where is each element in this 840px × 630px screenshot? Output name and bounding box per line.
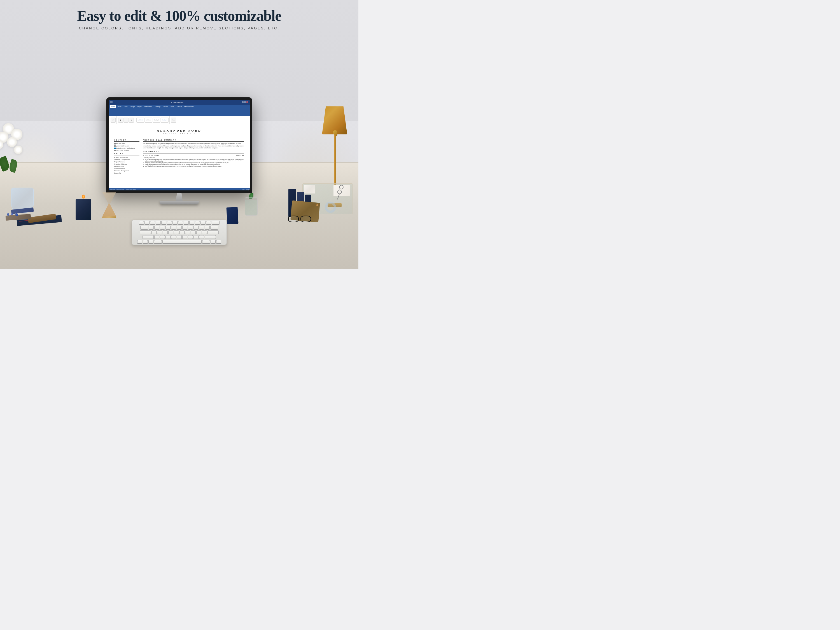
contact-phone: 555.555.5555 (114, 143, 139, 144)
leaf-2 (8, 159, 19, 173)
paste-btn[interactable]: P (111, 118, 116, 123)
key (168, 231, 173, 234)
key (144, 221, 150, 225)
tab-view[interactable]: View (169, 105, 175, 108)
key (154, 235, 159, 239)
monitor-screen: 2 Page Resume Home Insert Draw Design (109, 99, 250, 190)
skills-title: SKILLS (114, 153, 139, 155)
document-content: ALEXANDER FORD PROFESSIONAL TITLE CONTAC… (109, 124, 250, 190)
share-group: Share (170, 116, 177, 124)
tab-review[interactable]: Review (162, 105, 169, 108)
exp-bullet-4: Just make sure you have the experience t… (143, 166, 244, 167)
tab-shapeformat[interactable]: Shape Format (183, 105, 195, 108)
hourglass-bottom (102, 204, 116, 216)
status-words: 333 of 802 words (117, 189, 124, 190)
style-heading3[interactable]: Heading 2 (161, 118, 169, 123)
glass-liquid (245, 200, 257, 215)
key (166, 226, 171, 230)
candle-body (76, 199, 91, 220)
key-cmd (154, 240, 162, 244)
glasses-frame-wrapper (287, 216, 315, 222)
bold-btn[interactable]: B (118, 118, 123, 123)
minimize-btn[interactable] (242, 101, 243, 103)
key (163, 231, 168, 234)
share-btn[interactable]: Share (171, 118, 176, 123)
key (171, 226, 176, 230)
word-ribbon: 2 Page Resume Home Insert Draw Design (109, 99, 250, 116)
tab-layout[interactable]: Layout (136, 105, 143, 108)
key-opt-r (210, 240, 216, 244)
lamp-joint (333, 130, 337, 135)
key-delete (212, 221, 219, 225)
skill-5: Reducing Costs (114, 166, 139, 167)
lamp-arm (334, 132, 336, 188)
underline-btn[interactable]: U (129, 118, 134, 123)
key (172, 221, 177, 225)
key-caps (140, 231, 151, 234)
key (189, 221, 194, 225)
tab-home[interactable]: Home (110, 105, 116, 108)
tab-acrobat[interactable]: Acrobat (175, 105, 183, 108)
contact-email: youremail@mail.com (114, 145, 139, 147)
key-row-5 (137, 240, 221, 244)
key (178, 221, 183, 225)
monitor: 2 Page Resume Home Insert Draw Design (106, 98, 252, 204)
doc-columns: CONTACT 555.555.5555 youremail@mail.com (114, 139, 244, 174)
style-normal[interactable]: AaBbCcDd (136, 118, 144, 123)
key-arrow (216, 240, 221, 244)
phone-icon (114, 143, 116, 144)
skill-1: Process Improvement (114, 156, 139, 158)
key (154, 226, 159, 230)
glasses-arm-right (311, 219, 312, 219)
tab-design[interactable]: Design (129, 105, 136, 108)
tab-draw[interactable]: Draw (123, 105, 128, 108)
key-space (163, 240, 202, 244)
key (193, 235, 199, 239)
header-section: Easy to edit & 100% customizable CHANGE … (0, 0, 358, 33)
close-btn[interactable] (246, 101, 248, 103)
skill-4: Improving Efficiency (114, 163, 139, 165)
monitor-stand-base (159, 201, 199, 204)
exp-position-row: POSITION TITLE HERE Date - Date (143, 155, 244, 156)
key (139, 221, 144, 225)
candle (76, 194, 91, 217)
leaf-1 (0, 156, 11, 172)
key (188, 235, 193, 239)
key-row-1 (139, 221, 219, 225)
key (193, 226, 199, 230)
key (199, 226, 204, 230)
key (182, 235, 187, 239)
resume-name: ALEXANDER FORD (114, 129, 244, 132)
exp-date: Date - Date (236, 155, 244, 156)
italic-btn[interactable]: I (123, 118, 128, 123)
lamp-head (325, 106, 347, 132)
tab-insert[interactable]: Insert (117, 105, 123, 108)
desk-scene: 2 Page Resume Home Insert Draw Design (0, 51, 358, 269)
drink-glass (245, 197, 257, 217)
eyeglasses (287, 216, 315, 226)
rose-6 (14, 145, 22, 154)
key-tab (140, 226, 148, 230)
glasses-lens-right (300, 216, 311, 222)
exp-bullet-1: To get the most impact for your effort, … (143, 159, 244, 162)
page-wrapper: Easy to edit & 100% customizable CHANGE … (0, 0, 358, 269)
rose-4 (7, 137, 17, 147)
key (196, 231, 201, 234)
key (171, 235, 176, 239)
keyboard (132, 220, 227, 245)
key (184, 221, 189, 225)
style-heading2[interactable]: Heading 1 (153, 118, 160, 123)
tape-roll (325, 202, 336, 213)
flowers-vase-group (0, 123, 53, 213)
maximize-btn[interactable] (244, 101, 246, 103)
paste-group: P (110, 116, 117, 124)
key-shift-r2 (205, 235, 216, 239)
key-row-4 (142, 235, 216, 239)
key (201, 221, 205, 225)
key (205, 226, 210, 230)
tab-mailings[interactable]: Mailings (154, 105, 161, 108)
tab-references[interactable]: References (144, 105, 153, 108)
monitor-stand-neck (174, 193, 185, 201)
style-heading1[interactable]: AaBbCcDd (144, 118, 152, 123)
blue-small-notebook (226, 207, 238, 224)
